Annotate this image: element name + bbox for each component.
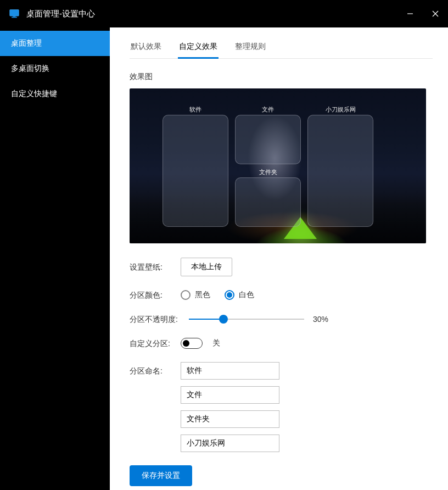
radio-circle-icon [225, 290, 234, 300]
opacity-label: 分区不透明度: [130, 314, 179, 325]
zone-name-input-2[interactable] [181, 386, 279, 404]
zone-name-input-3[interactable] [181, 410, 279, 428]
sidebar-item-multi-desktop[interactable]: 多桌面切换 [0, 56, 110, 81]
content-area: 默认效果 自定义效果 整理规则 效果图 软件 文件 小刀娱乐网 文件夹 设置壁纸… [110, 27, 448, 490]
save-button[interactable]: 保存并设置 [130, 465, 192, 486]
radio-label: 黑色 [195, 290, 210, 300]
app-logo-icon [9, 9, 20, 19]
preview-zone-label: 小刀娱乐网 [308, 105, 373, 114]
preview-zone-software: 软件 [163, 115, 228, 227]
upload-wallpaper-button[interactable]: 本地上传 [181, 258, 232, 276]
preview-zone-label: 文件 [236, 105, 300, 114]
svg-rect-1 [13, 16, 16, 17]
preview-image: 软件 文件 小刀娱乐网 文件夹 [130, 88, 426, 243]
sidebar: 桌面整理 多桌面切换 自定义快捷键 [0, 27, 110, 490]
preview-zone-label: 软件 [163, 105, 228, 114]
app-title: 桌面管理-设置中心 [26, 9, 397, 19]
svg-rect-2 [12, 17, 17, 18]
zone-name-input-1[interactable] [181, 362, 279, 380]
zone-naming-label: 分区命名: [130, 362, 171, 376]
switch-knob-icon [183, 340, 189, 347]
tab-default-effect[interactable]: 默认效果 [130, 36, 163, 58]
radio-circle-icon [181, 290, 191, 300]
tab-organize-rules[interactable]: 整理规则 [234, 36, 267, 58]
sidebar-item-custom-shortcut[interactable]: 自定义快捷键 [0, 81, 110, 107]
wallpaper-label: 设置壁纸: [130, 261, 171, 272]
slider-thumb-icon [219, 315, 228, 324]
preview-zone-xiaodao: 小刀娱乐网 [307, 115, 373, 227]
preview-heading: 效果图 [130, 72, 433, 82]
zone-name-input-4[interactable] [181, 435, 279, 452]
tab-custom-effect[interactable]: 自定义效果 [178, 36, 219, 58]
preview-zone-folder: 文件夹 [235, 177, 301, 227]
radio-label: 白色 [239, 290, 254, 300]
radio-white[interactable]: 白色 [225, 290, 254, 300]
preview-zone-label: 文件夹 [236, 168, 300, 176]
minimize-button[interactable] [397, 0, 423, 27]
titlebar: 桌面管理-设置中心 [0, 0, 448, 27]
custom-zone-label: 自定义分区: [130, 338, 171, 349]
close-button[interactable] [423, 0, 448, 27]
preview-zone-files: 文件 [235, 115, 301, 164]
sidebar-item-desktop-organize[interactable]: 桌面整理 [0, 31, 110, 56]
opacity-slider[interactable] [189, 314, 304, 325]
zone-color-radio-group: 黑色 白色 [181, 290, 254, 300]
zone-color-label: 分区颜色: [130, 289, 171, 300]
tabs: 默认效果 自定义效果 整理规则 [130, 36, 433, 59]
custom-zone-switch[interactable] [181, 338, 203, 349]
custom-zone-state: 关 [212, 338, 220, 348]
radio-black[interactable]: 黑色 [181, 290, 210, 300]
svg-rect-0 [10, 10, 19, 16]
opacity-value: 30% [313, 315, 328, 324]
